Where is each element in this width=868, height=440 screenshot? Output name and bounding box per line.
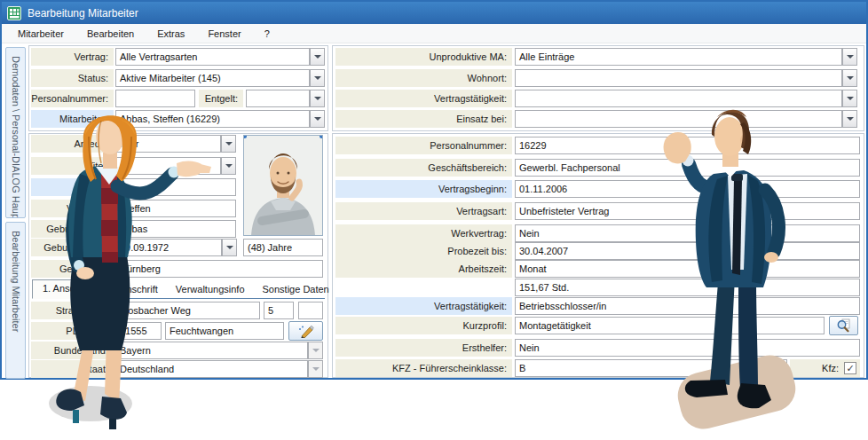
geschaeftsbereich-field[interactable]: Gewerbl. Fachpersonal xyxy=(515,159,860,177)
personalnummer-field[interactable]: 16229 xyxy=(515,137,860,154)
vorname-label: Vorname: xyxy=(31,200,114,217)
geburtsdatum-label: Geburtsdatum: xyxy=(31,239,114,256)
vertragstaetigkeit-filter-select[interactable] xyxy=(515,90,842,107)
bundesland-select[interactable]: Bayern xyxy=(115,342,308,359)
plz-input[interactable]: 91555 xyxy=(115,322,162,340)
personalnummer-label: Personalnummer: xyxy=(335,137,512,154)
chevron-down-icon xyxy=(308,342,323,359)
sidebar-tab-hauptmenu[interactable]: Demodaten \ Personal-DIALOG Hauptmenü xyxy=(5,47,26,218)
werkvertrag-field[interactable]: Nein xyxy=(515,224,860,242)
kurzprofil-label: Kurzprofil: xyxy=(335,317,512,334)
magnifier-icon xyxy=(836,318,851,333)
titel-select[interactable] xyxy=(115,157,221,175)
chevron-down-icon xyxy=(308,360,323,378)
ort-input[interactable]: Feuchtwangen xyxy=(165,322,284,340)
vertrag-select[interactable]: Alle Vertragsarten xyxy=(115,48,310,66)
vertragstaetigkeit-field[interactable]: Betriebsschlosser/in xyxy=(515,297,860,315)
status-select[interactable]: Aktive Mitarbeiter (145) xyxy=(115,69,310,87)
tab-sonstige-daten[interactable]: Sonstige Daten xyxy=(255,281,337,298)
tab-verwaltungsinfo[interactable]: Verwaltungsinfo xyxy=(168,281,253,298)
menu-extras[interactable]: Extras xyxy=(148,26,193,42)
selection-handle xyxy=(320,135,323,138)
vertragsart-field[interactable]: Unbefristeter Vertrag xyxy=(515,202,860,220)
sidebar-tab-bearbeitung-mitarbeiter[interactable]: Bearbeitung Mitarbeiter xyxy=(5,222,26,379)
staat-label: Staat: xyxy=(31,360,114,378)
mitarbeiter-label: Mitarbeiter: xyxy=(31,110,114,128)
pencil-icon xyxy=(298,325,314,338)
plz-ort-label: PLZ / Ort: xyxy=(31,322,114,340)
arbeitszeit-label: Arbeitszeit: xyxy=(335,260,512,278)
kfz-fuehrerscheinklasse-label: KFZ - Führerscheinklasse: xyxy=(335,359,512,377)
chevron-down-icon[interactable] xyxy=(842,110,857,128)
geschaeftsbereich-label: Geschäftsbereich: xyxy=(335,159,512,177)
vertragsbeginn-field[interactable]: 01.11.2006 xyxy=(515,180,860,198)
vertragsbeginn-label: Vertragsbeginn: xyxy=(335,180,512,198)
tab-anschrift-2[interactable]: 2. Anschrift xyxy=(101,281,165,298)
kfz-cell: Kfz: ✓ xyxy=(790,359,860,377)
portrait-illustration xyxy=(244,136,322,235)
chevron-down-icon[interactable] xyxy=(842,69,857,87)
kurzprofil-lookup-button[interactable] xyxy=(829,316,858,335)
name-label: Name: xyxy=(31,178,114,196)
screen: Bearbeitung Mitarbeiter Mitarbeiter Bear… xyxy=(0,0,868,440)
kurzprofil-field[interactable]: Montagetätigkeit xyxy=(515,317,825,334)
geburtsort-input[interactable]: Nürnberg xyxy=(115,260,323,278)
titel-label: Titel: xyxy=(31,157,114,175)
einsatz-bei-label: Einsatz bei: xyxy=(335,110,512,128)
chevron-down-icon[interactable] xyxy=(221,135,236,153)
geburtsname-input[interactable]: Abbas xyxy=(115,220,236,238)
menu-bearbeiten[interactable]: Bearbeiten xyxy=(78,26,143,42)
kfz-label: Kfz: xyxy=(822,363,839,373)
vorname-input[interactable]: Steffen xyxy=(115,200,236,217)
anrede-select[interactable]: Herr xyxy=(115,135,221,153)
address-tabs: 1. Anschrift 2. Anschrift Verwaltungsinf… xyxy=(32,279,325,299)
einsatz-bei-select[interactable] xyxy=(515,110,842,128)
kfz-fuehrerscheinklasse-input[interactable]: B xyxy=(515,359,787,377)
chevron-down-icon[interactable] xyxy=(310,90,325,107)
alter-field: (48) Jahre xyxy=(243,239,323,256)
menu-mitarbeiter[interactable]: Mitarbeiter xyxy=(9,26,73,42)
geburtsort-label: Geburtsort: xyxy=(31,260,114,278)
chevron-down-icon[interactable] xyxy=(310,69,325,87)
mitarbeiter-select[interactable]: Abbas, Steffen (16229) xyxy=(115,110,310,128)
status-label: Status: xyxy=(31,69,114,87)
kfz-checkbox[interactable]: ✓ xyxy=(844,362,856,374)
app-window: Bearbeitung Mitarbeiter Mitarbeiter Bear… xyxy=(0,0,868,380)
chevron-down-icon[interactable] xyxy=(310,48,325,66)
ersthelfer-field[interactable]: Nein xyxy=(515,339,860,357)
probezeit-label: Probezeit bis: xyxy=(335,242,512,260)
menu-help[interactable]: ? xyxy=(256,26,279,42)
unproduktive-ma-select[interactable]: Alle Einträge xyxy=(515,48,842,66)
arbeitszeit-field[interactable]: Monat xyxy=(515,260,860,278)
edit-address-button[interactable] xyxy=(288,321,323,341)
menu-fenster[interactable]: Fenster xyxy=(199,26,249,42)
titlebar: Bearbeitung Mitarbeiter xyxy=(2,2,866,24)
vertrag-label: Vertrag: xyxy=(31,48,114,66)
chevron-down-icon[interactable] xyxy=(310,110,325,128)
strasse-label: Straße / Nr.: xyxy=(31,302,114,319)
arbeitszeit-stunden-field[interactable]: 151,67 Std. xyxy=(515,279,860,296)
werkvertrag-label: Werkvertrag: xyxy=(335,224,512,242)
geburtsname-label: Geburtsname: xyxy=(31,220,114,238)
bundesland-label: Bundesland: xyxy=(31,342,114,359)
chevron-down-icon[interactable] xyxy=(842,90,857,107)
wohnort-select[interactable] xyxy=(515,69,842,87)
chevron-down-icon[interactable] xyxy=(842,48,857,66)
geburtsdatum-input[interactable]: 19.09.1972 xyxy=(115,239,222,256)
staat-select[interactable]: Deutschland xyxy=(115,360,308,378)
chevron-down-icon[interactable] xyxy=(221,157,236,175)
probezeit-field[interactable]: 30.04.2007 xyxy=(515,242,860,260)
chevron-down-icon[interactable] xyxy=(222,239,237,256)
strasse-input[interactable]: Mosbacher Weg xyxy=(115,302,260,319)
app-grid-icon xyxy=(7,6,21,20)
entgelt-select[interactable] xyxy=(246,90,310,107)
name-input[interactable] xyxy=(115,178,236,196)
entgelt-label: Entgelt: xyxy=(199,90,243,107)
employee-photo[interactable] xyxy=(243,135,323,236)
tab-anschrift-1[interactable]: 1. Anschrift xyxy=(32,279,101,299)
vertragstaetigkeit-label: Vertragstätigkeit: xyxy=(335,297,512,315)
hausnummer-input[interactable]: 5 xyxy=(264,302,294,319)
personalnummer-filter-input[interactable] xyxy=(115,90,195,107)
vertragsart-label: Vertragsart: xyxy=(335,202,512,220)
hausnummer-zusatz-input[interactable] xyxy=(298,302,323,319)
